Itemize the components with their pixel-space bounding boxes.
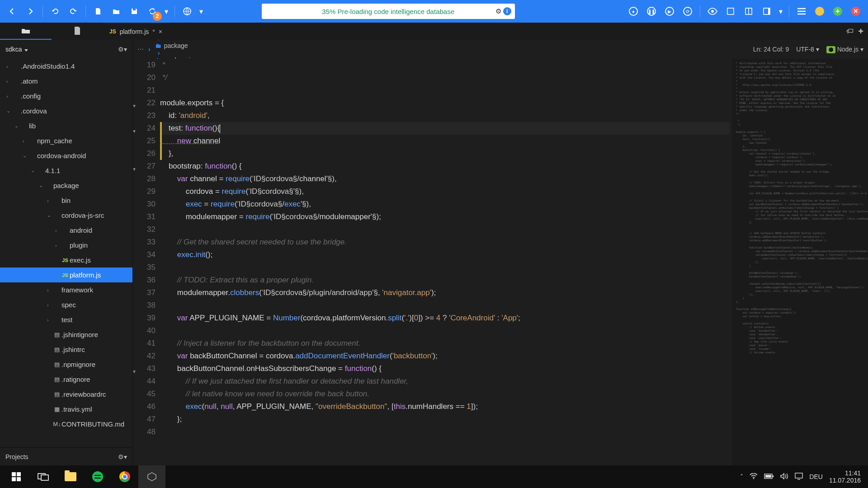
breadcrumb-root[interactable]: ⋯ [137,46,144,53]
undo-button[interactable] [47,4,63,19]
cursor-position[interactable]: Ln: 24 Col: 9 [753,46,789,53]
breadcrumb-sep: › [146,46,153,53]
tree-item[interactable]: ▤.npmignore [0,357,132,372]
file-explorer-taskbar[interactable] [57,465,84,488]
breadcrumb-seg[interactable]: 🖿 package [155,42,210,49]
file-tab-platform[interactable]: JS platform.js * × [103,23,169,40]
layout-info-button[interactable] [759,4,774,19]
tree-item[interactable]: ›android [0,223,132,238]
tree-item[interactable]: ⌄package [0,178,132,193]
main: sdkca ⚙▾ ›.AndroidStudio1.4›.atom›.confi… [0,40,868,465]
record-button[interactable]: ● [626,4,641,19]
layout-split-button[interactable] [741,4,756,19]
tree-item[interactable]: ▦.travis.yml [0,402,132,417]
tree-item[interactable]: ▤.jshintignore [0,327,132,342]
tree-item[interactable]: ›.atom [0,74,132,89]
menu-button[interactable] [794,4,809,19]
tree-item[interactable]: ⌄lib [0,118,132,133]
svg-rect-11 [17,472,21,476]
tree-item[interactable]: ›npm_cache [0,133,132,148]
js-icon: JS [109,28,116,35]
project-selector[interactable]: sdkca [5,46,28,53]
tree-item[interactable]: ›plugin [0,238,132,253]
tree-item[interactable]: ›.AndroidStudio1.4 [0,59,132,74]
tree-item[interactable]: ›.config [0,89,132,103]
separator [85,5,86,17]
notifications-icon[interactable] [795,473,803,481]
gear-icon[interactable]: ⚙ [495,7,501,15]
tray-expand-icon[interactable]: ˄ [740,473,743,480]
tree-item[interactable]: ⌄4.1.1 [0,163,132,178]
tree-item[interactable]: ⌄cordova-js-src [0,208,132,223]
sidebar-header: sdkca ⚙▾ [0,40,132,59]
tree-item[interactable]: ▤.ratignore [0,372,132,387]
browser-menu-caret[interactable]: ▾ [198,4,205,19]
tree-item[interactable]: ›spec [0,297,132,312]
nav-forward-button[interactable] [23,4,38,19]
tree-item[interactable]: ▤.jshintrc [0,342,132,357]
wifi-icon[interactable] [750,473,758,481]
new-tab-button[interactable]: + [858,26,863,37]
svg-rect-15 [41,475,48,480]
preview-toggle-button[interactable] [705,4,720,19]
tree-item[interactable]: ›framework [0,282,132,297]
svg-point-1 [711,10,714,13]
info-badge-icon[interactable]: i [503,7,511,15]
svg-point-17 [753,478,755,479]
pause-recording-button[interactable]: ❚❚ [644,4,659,19]
tree-item[interactable]: JSexec.js [0,253,132,267]
separator [789,5,789,17]
tab-shelf-files[interactable] [0,23,52,40]
redo-button[interactable] [66,4,81,19]
window-maximize-button[interactable]: + [830,4,845,19]
svg-rect-20 [765,475,771,478]
play-button[interactable]: ▶ [662,4,677,19]
new-file-button[interactable] [90,4,106,19]
sync-menu-caret[interactable]: ▾ [163,4,170,19]
projects-settings-button[interactable]: ⚙▾ [118,453,127,460]
language-selector[interactable]: ⬢ Node.js ▾ [826,46,863,53]
battery-icon[interactable] [764,473,774,480]
browser-preview-button[interactable] [179,4,195,19]
svg-marker-16 [148,473,156,481]
projects-label[interactable]: Projects [5,453,28,460]
keyboard-language[interactable]: DEU [809,473,823,480]
clock[interactable]: 11:41 11.07.2016 [829,469,861,484]
spotify-taskbar[interactable] [84,465,111,488]
sync-button[interactable]: 2 [145,4,160,19]
window-close-button[interactable]: × [848,4,863,19]
encoding-selector[interactable]: UTF-8 ▾ [796,46,819,53]
start-button[interactable] [3,465,30,488]
volume-icon[interactable] [780,473,788,481]
window-minimize-button[interactable] [812,4,827,19]
chrome-taskbar[interactable] [111,465,138,488]
tree-item[interactable]: ⌄.cordova [0,103,132,118]
sidebar: sdkca ⚙▾ ›.AndroidStudio1.4›.atom›.confi… [0,40,133,465]
task-view-button[interactable] [30,465,57,488]
tree-item[interactable]: ›bin [0,193,132,208]
tree-item[interactable]: ⌄cordova-android [0,148,132,163]
code-area[interactable]: * */module.exports = { id: 'android', te… [160,59,732,465]
modified-indicator: * [152,28,155,35]
open-file-button[interactable] [108,4,124,19]
svg-rect-12 [12,477,16,481]
layout-single-button[interactable] [723,4,738,19]
tab-shelf-document[interactable] [52,23,103,40]
separator [175,5,175,17]
layout-menu-caret[interactable]: ▾ [777,4,784,19]
status-text: 35% Pre-loading code intelligence databa… [322,8,454,15]
tree-item[interactable]: ▤.reviewboardrc [0,387,132,402]
tree-item[interactable]: JSplatform.js [0,267,132,282]
project-settings-button[interactable]: ⚙▾ [118,46,127,53]
close-tab-button[interactable]: × [159,28,162,35]
nav-back-button[interactable] [5,4,20,19]
save-button[interactable] [127,4,142,19]
file-tree[interactable]: ›.AndroidStudio1.4›.atom›.config⌄.cordov… [0,59,132,447]
code-editor[interactable]: 192021▼2223▼242526▼272829303132333435363… [133,59,868,465]
ide-taskbar[interactable] [138,465,165,488]
refresh-preview-button[interactable]: ⟳ [680,4,695,19]
tree-item[interactable]: ›test [0,312,132,327]
tree-item[interactable]: M↓CONTRIBUTING.md [0,417,132,432]
notification-icon[interactable]: 🏷 [846,27,854,35]
minimap[interactable]: * distributed with this work for additio… [732,59,868,465]
